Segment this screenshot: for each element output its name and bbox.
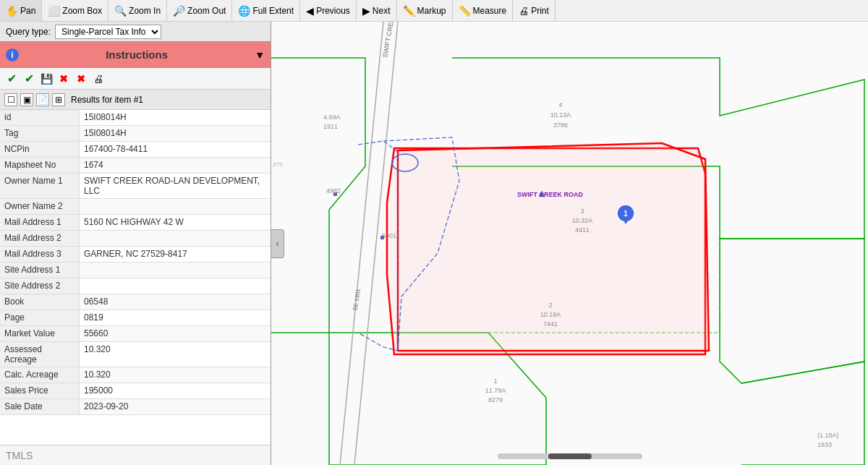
instructions-label: Instructions xyxy=(19,48,255,61)
zoom-in-button[interactable]: 🔍 Zoom In xyxy=(109,0,167,21)
full-extent-button[interactable]: 🌐 Full Extent xyxy=(232,0,300,21)
row-value: 0819 xyxy=(80,310,271,325)
zoom-out-button[interactable]: 🔎 Zoom Out xyxy=(167,0,232,21)
svg-marker-6 xyxy=(398,143,709,351)
row-label: Owner Name 2 xyxy=(0,199,80,214)
svg-text:5001: 5001 xyxy=(382,232,396,239)
table-row: Mapsheet No1674 xyxy=(0,158,271,174)
table-row: Owner Name 1SWIFT CREEK ROAD-LAN DEVELOP… xyxy=(0,174,271,199)
svg-text:10.18A: 10.18A xyxy=(540,311,561,318)
result-checkbox[interactable]: ☐ xyxy=(4,93,17,106)
previous-button[interactable]: ◀ Previous xyxy=(300,0,357,21)
row-value: 55660 xyxy=(80,326,271,341)
svg-text:10.13A: 10.13A xyxy=(550,111,571,119)
zoom-in-icon: 🔍 xyxy=(114,5,127,17)
table-row: Owner Name 2 xyxy=(0,199,271,215)
row-value: GARNER, NC 27529-8417 xyxy=(80,247,271,262)
row-label: Book xyxy=(0,294,80,310)
left-panel: Query type: Single-Parcel Tax Info i Ins… xyxy=(0,22,271,465)
row-label: Assessed Acreage xyxy=(0,342,80,367)
print-icon: 🖨 xyxy=(519,5,529,17)
check-green-icon[interactable]: ✔ xyxy=(4,72,19,86)
next-button[interactable]: ▶ Next xyxy=(357,0,397,21)
row-label: Mail Address 1 xyxy=(0,215,80,230)
full-extent-icon: 🌐 xyxy=(238,5,250,17)
table-row: Site Address 2 xyxy=(0,278,271,294)
row-value: 15I08014H xyxy=(80,110,271,125)
query-type-label: Query type: xyxy=(6,27,51,37)
zoom-box-icon: ⬜ xyxy=(48,5,60,17)
map-scrollbar-thumb[interactable] xyxy=(548,453,592,459)
print-button[interactable]: 🖨 Print xyxy=(513,0,556,21)
table-row: Mail Address 15160 NC HIGHWAY 42 W xyxy=(0,215,271,231)
svg-text:1911: 1911 xyxy=(323,123,338,130)
row-label: Sale Date xyxy=(0,399,80,414)
pan-button[interactable]: ✋ Pan xyxy=(0,0,42,21)
row-value: 06548 xyxy=(80,294,271,310)
check-icon[interactable]: ✔ xyxy=(22,72,36,86)
row-value: 5160 NC HIGHWAY 42 W xyxy=(80,215,271,230)
table-row: Site Address 1 xyxy=(0,263,271,278)
svg-text:375: 375 xyxy=(273,161,283,168)
svg-text:3786: 3786 xyxy=(553,121,568,129)
row-label: Site Address 1 xyxy=(0,263,80,278)
pan-icon: ✋ xyxy=(6,5,18,17)
svg-text:3: 3 xyxy=(580,208,584,215)
result-doc-icon[interactable]: 📄 xyxy=(36,93,49,106)
row-label: Tag xyxy=(0,126,80,141)
row-label: Market Value xyxy=(0,326,80,341)
measure-icon: 📏 xyxy=(459,5,471,17)
footer-text: TMLS xyxy=(6,450,33,461)
save-icon[interactable]: 💾 xyxy=(39,72,54,86)
markup-icon: ✏️ xyxy=(403,5,415,17)
map-scrollbar[interactable] xyxy=(498,453,642,459)
svg-text:SWIFT CREEK ROAD: SWIFT CREEK ROAD xyxy=(517,191,583,198)
row-value xyxy=(80,199,271,214)
svg-text:1: 1 xyxy=(624,210,628,218)
row-label: Mapsheet No xyxy=(0,158,80,173)
table-row: Mail Address 3GARNER, NC 27529-8417 xyxy=(0,247,271,263)
info-icon: i xyxy=(6,48,19,61)
map-area[interactable]: ‹ SWIFT CREEK ROAD SE 1301 xyxy=(271,22,868,465)
svg-text:4982: 4982 xyxy=(326,187,341,195)
results-text: Results for item #1 xyxy=(71,95,143,105)
previous-label: Previous xyxy=(316,6,350,16)
main-content: Query type: Single-Parcel Tax Info i Ins… xyxy=(0,22,868,465)
cancel-icon[interactable]: ✖ xyxy=(74,72,88,86)
query-type-select[interactable]: Single-Parcel Tax Info xyxy=(55,25,161,39)
row-label: id xyxy=(0,110,80,125)
zoom-out-label: Zoom Out xyxy=(187,6,226,16)
zoom-box-label: Zoom Box xyxy=(62,6,102,16)
row-label: Mail Address 3 xyxy=(0,247,80,262)
zoom-out-icon: 🔎 xyxy=(173,5,185,17)
print-small-icon[interactable]: 🖨 xyxy=(91,72,106,86)
row-value xyxy=(80,263,271,278)
row-label: NCPin xyxy=(0,142,80,157)
svg-text:4: 4 xyxy=(558,101,562,108)
measure-button[interactable]: 📏 Measure xyxy=(453,0,514,21)
svg-text:(1.18A): (1.18A) xyxy=(817,432,839,439)
row-label: Mail Address 2 xyxy=(0,231,80,246)
row-label: Owner Name 1 xyxy=(0,174,80,198)
result-view-icon[interactable]: ▣ xyxy=(20,93,33,106)
result-table-icon[interactable]: ⊞ xyxy=(52,93,65,106)
toolbar: ✋ Pan ⬜ Zoom Box 🔍 Zoom In 🔎 Zoom Out 🌐 … xyxy=(0,0,868,22)
svg-text:2: 2 xyxy=(548,302,552,309)
map-canvas: SWIFT CREEK ROAD SE 1301 1 xyxy=(271,22,868,465)
zoom-box-button[interactable]: ⬜ Zoom Box xyxy=(42,0,109,21)
row-value: 15I08014H xyxy=(80,126,271,141)
row-value: 1674 xyxy=(80,158,271,173)
table-row: Book06548 xyxy=(0,294,271,310)
markup-button[interactable]: ✏️ Markup xyxy=(397,0,453,21)
close-red-icon[interactable]: ✖ xyxy=(56,72,71,86)
previous-icon: ◀ xyxy=(306,5,314,17)
collapse-panel-arrow[interactable]: ‹ xyxy=(271,229,284,258)
table-row: NCPin167400-78-4411 xyxy=(0,142,271,158)
svg-text:10.32A: 10.32A xyxy=(572,217,593,224)
measure-label: Measure xyxy=(473,6,507,16)
row-label: Calc. Acreage xyxy=(0,367,80,383)
svg-text:8279: 8279 xyxy=(488,396,503,404)
next-label: Next xyxy=(373,6,391,16)
markup-label: Markup xyxy=(417,6,446,16)
instructions-dropdown-arrow[interactable]: ▼ xyxy=(255,49,265,61)
